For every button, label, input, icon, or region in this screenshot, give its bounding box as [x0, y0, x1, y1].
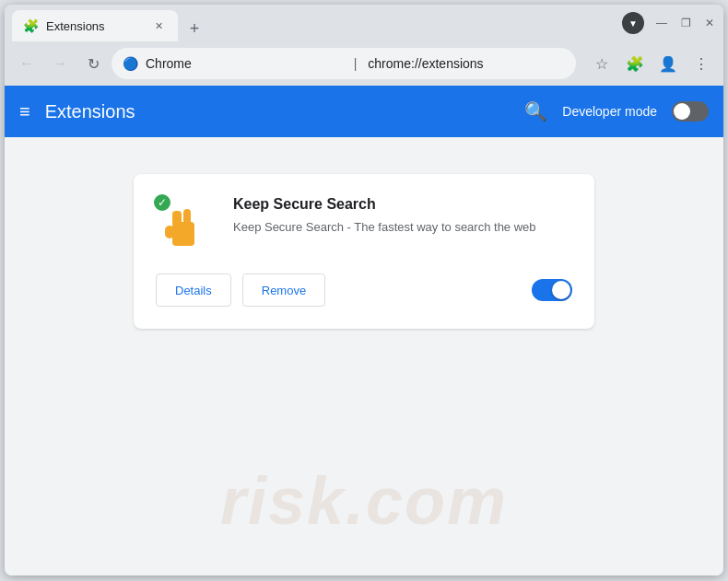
extension-verified-badge: ✓: [152, 192, 172, 213]
extension-enable-toggle[interactable]: [532, 279, 572, 301]
window-controls: ▼ — ❐ ✕: [622, 12, 716, 34]
search-icon: 🔍: [524, 101, 547, 122]
extensions-icon: 🧩: [626, 55, 644, 73]
url-text: chrome://extensions: [368, 56, 565, 71]
active-tab[interactable]: 🧩 Extensions ✕: [12, 10, 178, 41]
menu-icon: ⋮: [694, 55, 709, 73]
extension-card: ✓ Keep Secure Search Keep Secure Search …: [134, 174, 594, 329]
star-icon: ☆: [595, 55, 608, 73]
address-input[interactable]: 🔵 Chrome | chrome://extensions: [112, 48, 576, 79]
developer-mode-label: Developer mode: [562, 104, 657, 119]
dropdown-arrow-icon: ▼: [628, 18, 638, 29]
tab-strip: 🧩 Extensions ✕ +: [12, 5, 622, 41]
extension-card-top: ✓ Keep Secure Search Keep Secure Search …: [156, 196, 572, 255]
profile-dropdown[interactable]: ▼: [622, 12, 644, 34]
bookmark-button[interactable]: ☆: [587, 49, 616, 78]
extension-info: Keep Secure Search Keep Secure Search - …: [233, 196, 572, 255]
extension-description: Keep Secure Search - The fastest way to …: [233, 218, 572, 237]
watermark: risk.com: [220, 463, 508, 539]
browser-window: 🧩 Extensions ✕ + ▼ — ❐ ✕ ← → ↻ 🔵 Chrome: [5, 5, 723, 575]
back-icon: ←: [19, 55, 34, 72]
extensions-title: Extensions: [45, 101, 135, 122]
extension-enable-toggle-area: [532, 279, 572, 301]
reload-button[interactable]: ↻: [78, 49, 108, 78]
tab-close-button[interactable]: ✕: [150, 17, 167, 34]
checkmark-icon: ✓: [158, 196, 167, 209]
forward-button[interactable]: →: [45, 49, 75, 78]
forward-icon: →: [53, 55, 67, 72]
chrome-logo-icon: 🔵: [123, 56, 138, 71]
tab-title: Extensions: [46, 19, 143, 33]
developer-mode-toggle[interactable]: [672, 101, 709, 122]
details-button[interactable]: Details: [156, 273, 231, 307]
tab-icon: 🧩: [23, 18, 39, 33]
address-bar: ← → ↻ 🔵 Chrome | chrome://extensions ☆ 🧩…: [5, 41, 723, 86]
address-actions: ☆ 🧩 👤 ⋮: [587, 49, 716, 78]
reload-icon: ↻: [88, 55, 100, 73]
profile-button[interactable]: 👤: [653, 49, 683, 78]
hamburger-menu-button[interactable]: ≡: [19, 101, 30, 122]
minimize-button[interactable]: —: [655, 17, 668, 29]
new-tab-button[interactable]: +: [182, 16, 207, 41]
search-button[interactable]: 🔍: [524, 100, 547, 122]
extension-name: Keep Secure Search: [233, 196, 572, 213]
svg-rect-3: [183, 209, 191, 227]
address-separator: |: [354, 56, 358, 71]
remove-button[interactable]: Remove: [242, 273, 325, 307]
title-bar: 🧩 Extensions ✕ + ▼ — ❐ ✕: [5, 5, 723, 41]
svg-rect-4: [172, 211, 180, 226]
extensions-header: ≡ Extensions 🔍 Developer mode: [5, 86, 723, 137]
extension-icon-wrapper: ✓: [156, 196, 215, 255]
back-button[interactable]: ←: [12, 49, 41, 78]
extension-card-bottom: Details Remove: [156, 273, 572, 307]
browser-name-text: Chrome: [146, 56, 343, 71]
extensions-button[interactable]: 🧩: [620, 49, 650, 78]
maximize-button[interactable]: ❐: [679, 17, 692, 29]
menu-button[interactable]: ⋮: [687, 49, 716, 78]
close-button[interactable]: ✕: [703, 17, 716, 29]
header-right-controls: 🔍 Developer mode: [524, 100, 709, 122]
main-content: risk.com: [5, 137, 723, 575]
profile-icon: 👤: [659, 55, 677, 73]
svg-rect-1: [165, 226, 174, 238]
